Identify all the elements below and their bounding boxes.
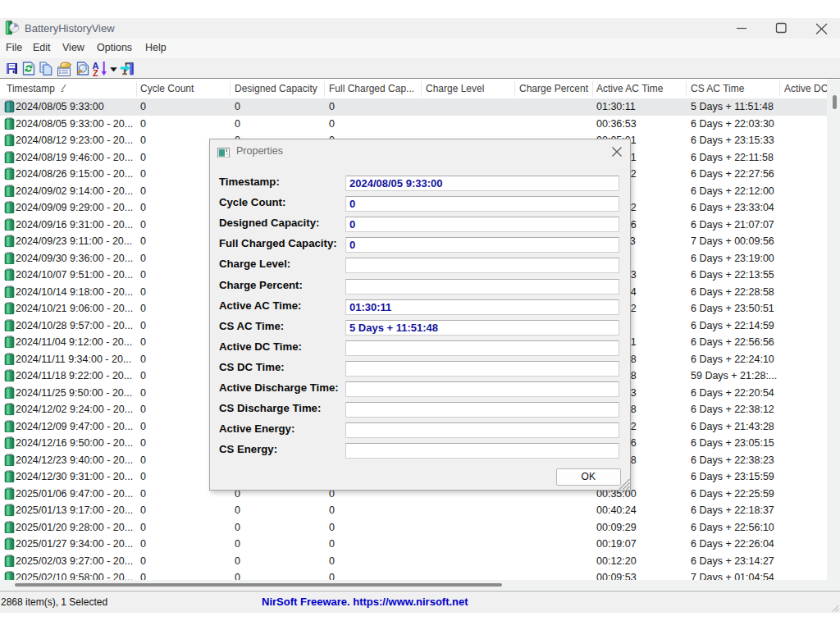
svg-text:Z: Z [93, 67, 98, 76]
